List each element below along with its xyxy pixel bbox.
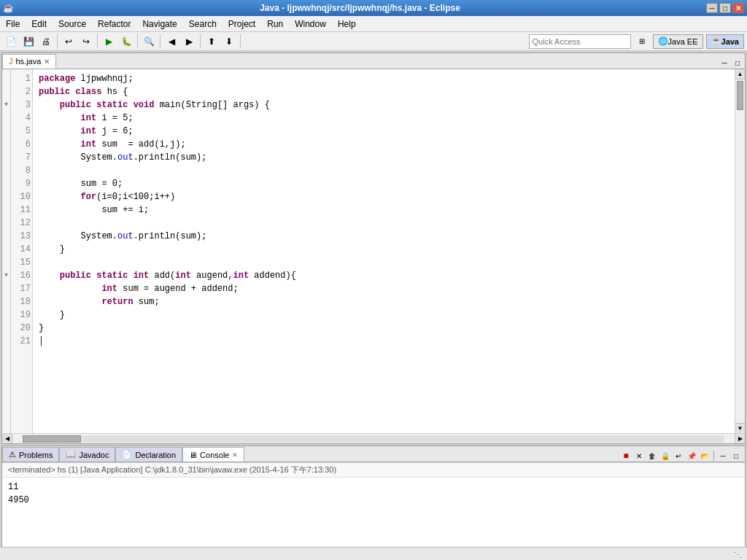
menu-navigate[interactable]: Navigate — [136, 18, 182, 31]
menu-refactor[interactable]: Refactor — [92, 18, 136, 31]
separator-2 — [97, 34, 98, 49]
undo-button[interactable]: ↩ — [61, 34, 77, 50]
console-status-bar: <terminated> hs (1) [Java Application] C… — [2, 462, 745, 478]
tab-problems[interactable]: ⚠ Problems — [2, 447, 59, 462]
h-scroll-thumb[interactable] — [23, 435, 81, 443]
save-button[interactable]: 💾 — [20, 34, 36, 50]
perspective-config-button[interactable]: ⊞ — [634, 34, 650, 50]
code-content[interactable]: package ljpwwhnqj; public class hs { pub… — [33, 69, 735, 433]
console-pin-button[interactable]: 📌 — [686, 450, 697, 462]
bottom-panel: ⚠ Problems 📖 Javadoc 📄 Declaration 🖥 Con… — [1, 446, 746, 559]
editor-tab-label: hs.java — [16, 57, 42, 66]
separator-1 — [57, 34, 58, 49]
tab-controls: ─ □ — [719, 57, 745, 69]
perspective-java-button[interactable]: ☕ Java — [706, 34, 744, 49]
title-bar: ☕ Java - ljpwwhnqj/src/ljpwwhnqj/hs.java… — [0, 0, 747, 16]
menu-bar: File Edit Source Refactor Navigate Searc… — [0, 16, 747, 32]
tab-close-button[interactable]: ✕ — [44, 58, 50, 66]
status-bar: ⋱ — [0, 547, 747, 560]
console-tab-close[interactable]: ✕ — [232, 451, 238, 459]
maximize-button[interactable]: □ — [719, 3, 731, 13]
editor-tab-hsjava[interactable]: J hs.java ✕ — [2, 54, 56, 69]
console-maximize-button[interactable]: □ — [730, 450, 742, 462]
console-icon: 🖥 — [189, 451, 197, 459]
line-numbers: 1 2 3 4 5 6 7 8 9 10 11 12 13 14 15 16 1… — [11, 69, 33, 433]
problems-icon: ⚠ — [9, 450, 16, 459]
declaration-label: Declaration — [135, 451, 176, 459]
javaee-label: Java EE — [668, 37, 698, 46]
java-perspective-icon: ☕ — [711, 36, 721, 46]
run-button[interactable]: ▶ — [101, 34, 117, 50]
console-open-button[interactable]: 📂 — [699, 450, 711, 462]
javadoc-label: Javadoc — [79, 451, 109, 459]
next-edit-button[interactable]: ⬇ — [221, 34, 237, 50]
menu-help[interactable]: Help — [332, 18, 362, 31]
java-file-icon: J — [9, 57, 13, 66]
h-scroll-left-button[interactable]: ◀ — [2, 434, 12, 444]
declaration-icon: 📄 — [122, 450, 132, 459]
tab-console[interactable]: 🖥 Console ✕ — [182, 447, 244, 462]
back-button[interactable]: ◀ — [163, 34, 179, 50]
menu-run[interactable]: Run — [261, 18, 289, 31]
console-scroll-lock-button[interactable]: 🔒 — [659, 450, 671, 462]
menu-window[interactable]: Window — [289, 18, 332, 31]
bottom-tab-bar: ⚠ Problems 📖 Javadoc 📄 Declaration 🖥 Con… — [2, 446, 745, 462]
tab-declaration[interactable]: 📄 Declaration — [115, 447, 182, 462]
quick-access-input[interactable] — [529, 34, 631, 49]
scroll-down-button[interactable]: ▼ — [735, 423, 745, 433]
bottom-tab-controls: ■ ✕ 🗑 🔒 ↵ 📌 📂 ─ □ — [620, 450, 745, 462]
console-status-text: <terminated> hs (1) [Java Application] C… — [8, 465, 336, 474]
menu-edit[interactable]: Edit — [26, 18, 53, 31]
minimize-button[interactable]: ─ — [706, 3, 718, 13]
menu-file[interactable]: File — [0, 18, 26, 31]
scroll-up-button[interactable]: ▲ — [735, 69, 745, 79]
fold-gutter: ▾ ▾ — [2, 69, 11, 433]
console-terminate-button[interactable]: ■ — [620, 450, 632, 462]
h-scroll-right-button[interactable]: ▶ — [735, 434, 745, 444]
minimize-editor-button[interactable]: ─ — [719, 57, 730, 69]
separator-3 — [137, 34, 138, 49]
title-buttons: ─ □ ✕ — [706, 3, 744, 13]
window-icon: ☕ — [3, 3, 14, 13]
main-layout: J hs.java ✕ ─ □ ▾ — [0, 51, 747, 560]
javadoc-icon: 📖 — [66, 450, 76, 459]
print-button[interactable]: 🖨 — [38, 34, 54, 50]
toolbar: 📄 💾 🖨 ↩ ↪ ▶ 🐛 🔍 ◀ ▶ ⬆ ⬇ ⊞ 🌐 Java EE ☕ Ja… — [0, 32, 747, 51]
javaee-icon: 🌐 — [658, 36, 668, 46]
status-text — [6, 550, 8, 559]
console-output[interactable]: 11 4950 — [2, 478, 745, 548]
separator-6 — [240, 34, 241, 49]
new-button[interactable]: 📄 — [3, 34, 19, 50]
menu-project[interactable]: Project — [222, 18, 261, 31]
java-perspective-label: Java — [721, 37, 739, 46]
forward-button[interactable]: ▶ — [181, 34, 197, 50]
close-button[interactable]: ✕ — [732, 3, 744, 13]
console-minimize-button[interactable]: ─ — [717, 450, 729, 462]
editor-tab-bar: J hs.java ✕ ─ □ — [2, 53, 745, 69]
debug-button[interactable]: 🐛 — [118, 34, 134, 50]
console-line-1: 11 — [8, 481, 739, 494]
search-button[interactable]: 🔍 — [141, 34, 157, 50]
console-line-2: 4950 — [8, 494, 739, 507]
menu-source[interactable]: Source — [53, 18, 92, 31]
separator-4 — [160, 34, 160, 49]
resize-handle[interactable]: ⋱ — [734, 551, 741, 558]
editor-scrollbar[interactable]: ▲ ▼ — [735, 69, 745, 433]
editor-h-scrollbar[interactable]: ◀ ▶ — [2, 433, 745, 443]
menu-search[interactable]: Search — [183, 18, 222, 31]
h-scroll-track[interactable] — [23, 435, 724, 443]
perspective-javaee-button[interactable]: 🌐 Java EE — [653, 34, 703, 49]
problems-label: Problems — [19, 451, 53, 459]
redo-button[interactable]: ↪ — [78, 34, 94, 50]
maximize-editor-button[interactable]: □ — [732, 57, 743, 69]
tab-javadoc[interactable]: 📖 Javadoc — [59, 447, 115, 462]
separator-console — [713, 451, 714, 461]
separator-5 — [200, 34, 201, 49]
scroll-thumb[interactable] — [737, 81, 743, 110]
console-clear-button[interactable]: 🗑 — [646, 450, 658, 462]
editor-area: J hs.java ✕ ─ □ ▾ — [1, 52, 746, 444]
console-label: Console — [200, 451, 229, 459]
console-remove-button[interactable]: ✕ — [633, 450, 645, 462]
console-word-wrap-button[interactable]: ↵ — [673, 450, 684, 462]
prev-edit-button[interactable]: ⬆ — [204, 34, 220, 50]
